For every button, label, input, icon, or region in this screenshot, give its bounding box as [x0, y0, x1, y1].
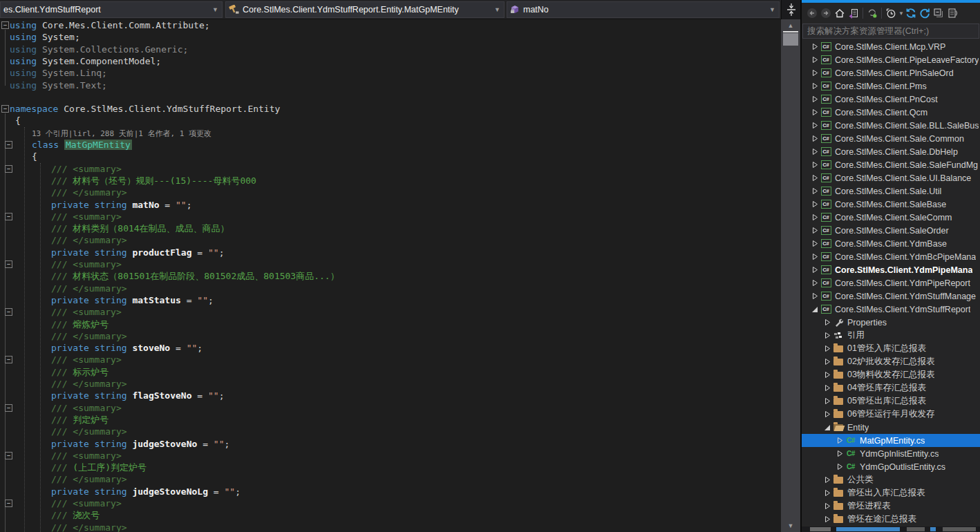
- collapsed-arrow-icon[interactable]: [810, 292, 820, 300]
- tree-item[interactable]: 03物料收发存汇总报表: [802, 368, 980, 381]
- solution-explorer-search-input[interactable]: 搜索解决方案资源管理器(Ctrl+;): [802, 23, 979, 39]
- collapsed-arrow-icon[interactable]: [810, 200, 820, 208]
- refresh-icon[interactable]: [904, 6, 918, 21]
- code-fold-toggle[interactable]: −: [5, 404, 12, 412]
- tree-item[interactable]: C#Core.StlMes.Client.YdmStuffManage: [802, 289, 980, 303]
- tree-item[interactable]: C#Core.StlMes.Client.Sale.BLL.SaleBus: [802, 119, 980, 132]
- member-dropdown[interactable]: matNo ▼: [507, 1, 780, 18]
- tree-item[interactable]: 公共类: [802, 473, 980, 486]
- collapsed-arrow-icon[interactable]: [822, 358, 832, 365]
- tree-item[interactable]: 01管坯入库汇总报表: [802, 342, 980, 355]
- collapsed-arrow-icon[interactable]: [822, 345, 832, 352]
- tree-item[interactable]: C#Core.StlMes.Client.Mcp.VRP: [802, 40, 980, 53]
- type-dropdown[interactable]: Core.StlMes.Client.YdmStuffReport.Entity…: [225, 1, 505, 18]
- tree-item[interactable]: C#YdmGpOutlistEntity.cs: [802, 460, 980, 473]
- code-fold-toggle[interactable]: −: [5, 500, 12, 507]
- code-fold-toggle[interactable]: −: [5, 141, 12, 149]
- collapsed-arrow-icon[interactable]: [822, 410, 832, 418]
- collapsed-arrow-icon[interactable]: [822, 319, 832, 326]
- collapsed-arrow-icon[interactable]: [822, 476, 832, 484]
- tree-item[interactable]: Properties: [802, 316, 980, 329]
- collapsed-arrow-icon[interactable]: [835, 463, 845, 471]
- collapsed-arrow-icon[interactable]: [822, 502, 832, 510]
- tree-item[interactable]: C#Core.StlMes.Client.YdmPipeMana: [802, 263, 980, 276]
- tree-item[interactable]: C#Core.StlMes.Client.Pms: [802, 79, 980, 93]
- scrollbar-thumb[interactable]: [783, 33, 798, 46]
- tree-item[interactable]: C#YdmGpInlistEntity.cs: [802, 447, 980, 460]
- collapsed-arrow-icon[interactable]: [822, 384, 832, 392]
- collapsed-arrow-icon[interactable]: [835, 437, 845, 444]
- collapsed-arrow-icon[interactable]: [822, 397, 832, 405]
- preview-selected-items-icon[interactable]: [945, 6, 959, 21]
- expanded-arrow-icon[interactable]: [810, 306, 820, 313]
- tree-item[interactable]: C#Core.StlMes.Client.YdmStuffReport: [802, 303, 980, 316]
- code-fold-toggle[interactable]: −: [1, 21, 9, 29]
- sync-active-document-icon[interactable]: [847, 6, 860, 21]
- project-dropdown[interactable]: es.Client.YdmStuffReport ▼: [0, 1, 223, 18]
- tree-item[interactable]: C#Core.StlMes.Client.Sale.UI.Balance: [802, 171, 980, 184]
- tree-item[interactable]: C#Core.StlMes.Client.Qcm: [802, 106, 980, 119]
- collapsed-arrow-icon[interactable]: [810, 43, 820, 50]
- collapsed-arrow-icon[interactable]: [810, 82, 820, 90]
- collapsed-arrow-icon[interactable]: [822, 489, 832, 497]
- collapsed-arrow-icon[interactable]: [810, 253, 820, 260]
- tree-item[interactable]: 06管坯运行年月收发存: [802, 408, 980, 421]
- collapsed-arrow-icon[interactable]: [810, 266, 820, 274]
- collapsed-arrow-icon[interactable]: [810, 148, 820, 155]
- home-icon[interactable]: [833, 6, 847, 21]
- scroll-down-arrow-icon[interactable]: ▼: [781, 522, 800, 529]
- collapsed-arrow-icon[interactable]: [810, 240, 820, 247]
- split-editor-handle[interactable]: [781, 0, 800, 19]
- collapsed-arrow-icon[interactable]: [822, 332, 832, 339]
- tree-item[interactable]: C#Core.StlMes.Client.YdmBcPipeMana: [802, 250, 980, 263]
- tree-item[interactable]: C#MatGpMEntity.cs: [802, 434, 980, 447]
- tree-item[interactable]: 04管坯库存汇总报表: [802, 381, 980, 395]
- collapsed-arrow-icon[interactable]: [810, 161, 820, 169]
- tree-item[interactable]: C#Core.StlMes.Client.YdmPipeReport: [802, 276, 980, 289]
- code-fold-toggle[interactable]: −: [5, 260, 12, 268]
- pending-changes-filter-icon[interactable]: [884, 6, 898, 21]
- forward-icon[interactable]: [819, 6, 833, 21]
- scroll-up-arrow-icon[interactable]: ▲: [781, 22, 800, 29]
- tree-item[interactable]: C#Core.StlMes.Client.SaleOrder: [802, 224, 980, 237]
- code-fold-toggle[interactable]: −: [5, 308, 12, 316]
- code-editor[interactable]: using Core.Mes.Client.Comm.Attribute;−us…: [0, 19, 781, 532]
- collapsed-arrow-icon[interactable]: [810, 227, 820, 234]
- tree-item[interactable]: C#Core.StlMes.Client.Sale.Util: [802, 184, 980, 198]
- code-fold-toggle[interactable]: −: [5, 452, 12, 459]
- sync-icon[interactable]: [918, 6, 932, 21]
- collapsed-arrow-icon[interactable]: [822, 515, 832, 523]
- collapsed-arrow-icon[interactable]: [810, 108, 820, 116]
- tree-item[interactable]: 管坯进程表: [802, 500, 980, 513]
- collapsed-arrow-icon[interactable]: [810, 95, 820, 103]
- tree-item[interactable]: C#Core.StlMes.Client.SaleComm: [802, 211, 980, 224]
- code-fold-toggle[interactable]: −: [5, 213, 12, 220]
- switch-views-icon[interactable]: [865, 6, 879, 21]
- tree-item[interactable]: 引用: [802, 329, 980, 342]
- back-icon[interactable]: [805, 6, 819, 21]
- expanded-arrow-icon[interactable]: [822, 424, 832, 431]
- collapsed-arrow-icon[interactable]: [810, 135, 820, 142]
- collapsed-arrow-icon[interactable]: [810, 174, 820, 182]
- collapse-all-icon[interactable]: [932, 6, 945, 21]
- tree-item[interactable]: C#Core.StlMes.Client.SaleBase: [802, 198, 980, 211]
- tree-item[interactable]: C#Core.StlMes.Client.YdmBase: [802, 237, 980, 250]
- tree-item[interactable]: 管坯出入库汇总报表: [802, 486, 980, 500]
- collapsed-arrow-icon[interactable]: [810, 69, 820, 77]
- tree-item[interactable]: C#Core.StlMes.Client.Sale.DbHelp: [802, 145, 980, 158]
- collapsed-arrow-icon[interactable]: [810, 122, 820, 129]
- chevron-down-icon[interactable]: ▼: [898, 10, 904, 17]
- tree-item[interactable]: Entity: [802, 421, 980, 434]
- collapsed-arrow-icon[interactable]: [810, 213, 820, 221]
- tree-item[interactable]: C#Core.StlMes.Client.Sale.SaleFundMg: [802, 158, 980, 171]
- editor-vertical-scrollbar[interactable]: ▲ ▼: [781, 19, 800, 532]
- code-fold-toggle[interactable]: −: [5, 356, 12, 363]
- tree-item[interactable]: C#Core.StlMes.Client.PlnSaleOrd: [802, 66, 980, 79]
- code-fold-toggle[interactable]: −: [5, 165, 12, 173]
- tree-item[interactable]: 管坯在途汇总报表: [802, 513, 980, 526]
- collapsed-arrow-icon[interactable]: [835, 450, 845, 457]
- tree-item[interactable]: C#Core.StlMes.Client.PipeLeaveFactory: [802, 53, 980, 66]
- collapsed-arrow-icon[interactable]: [810, 279, 820, 287]
- tree-item[interactable]: C#Core.StlMes.Client.Sale.Common: [802, 132, 980, 145]
- collapsed-arrow-icon[interactable]: [810, 187, 820, 195]
